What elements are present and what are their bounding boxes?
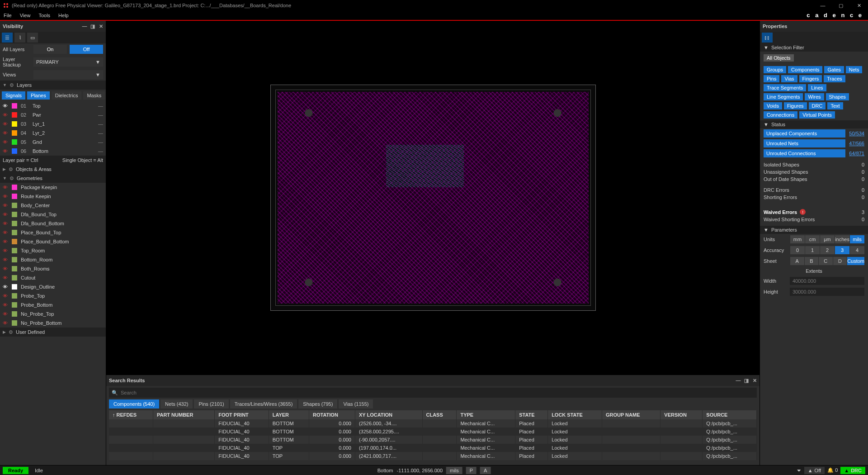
gear-icon[interactable]: ⚙ [9, 82, 14, 88]
eye-icon[interactable]: 👁 [3, 212, 8, 217]
search-tab[interactable]: Components (540) [109, 399, 159, 408]
filter-chip[interactable]: Connections [764, 111, 797, 119]
layer-row[interactable]: 👁03Lyr_1— [0, 119, 106, 128]
geometry-row[interactable]: 👁Probe_Bottom [0, 300, 106, 309]
filter-chip[interactable]: Fingers [799, 75, 822, 82]
color-swatch[interactable] [12, 139, 17, 145]
menu-view[interactable]: View [20, 13, 31, 18]
column-header[interactable]: ↑ REFDES [109, 410, 153, 419]
color-swatch[interactable] [12, 194, 17, 199]
column-header[interactable]: STATE [515, 410, 548, 419]
segment-option[interactable]: 2 [820, 246, 835, 254]
status-button[interactable]: Unrouted Nets [764, 139, 845, 147]
eye-icon[interactable]: 👁 [3, 257, 8, 262]
filter-chip[interactable]: Components [788, 66, 822, 73]
geometry-row[interactable]: 👁Dfa_Bound_Bottom [0, 219, 106, 228]
color-swatch[interactable] [12, 239, 17, 244]
minimize-button[interactable]: — [814, 0, 832, 11]
column-header[interactable]: LAYER [269, 410, 309, 419]
eye-icon[interactable]: 👁 [3, 239, 8, 244]
column-header[interactable]: PART NUMBER [153, 410, 214, 419]
color-swatch[interactable] [12, 130, 17, 136]
status-button[interactable]: Unrouted Connections [764, 149, 845, 157]
segment-option[interactable]: 0 [790, 246, 805, 254]
gear-icon[interactable]: ⚙ [9, 166, 13, 172]
color-swatch[interactable] [12, 266, 17, 271]
display-mode-icon[interactable]: ▭ [27, 33, 38, 43]
layer-row[interactable]: 👁05Gnd— [0, 138, 106, 147]
filter-chip[interactable]: Voids [764, 102, 782, 109]
filter-icon[interactable]: ⏷ [797, 468, 802, 473]
filter-chip[interactable]: Virtual Points [799, 111, 835, 119]
close-button[interactable]: ✕ [850, 0, 868, 11]
eye-icon[interactable]: 👁 [3, 302, 8, 308]
eye-icon[interactable]: 👁 [3, 293, 8, 299]
all-on-button[interactable]: On [33, 45, 67, 54]
geometry-row[interactable]: 👁Top_Room [0, 246, 106, 255]
height-input[interactable]: 30000.000 [790, 288, 864, 296]
geometry-row[interactable]: 👁Package Keepin [0, 183, 106, 192]
search-tab[interactable]: Pins (2101) [194, 399, 228, 408]
color-swatch[interactable] [12, 248, 17, 253]
maximize-button[interactable]: ▢ [832, 0, 850, 11]
segment-option[interactable]: 3 [835, 246, 849, 254]
column-header[interactable]: GROUP NAME [602, 410, 660, 419]
panel-dock-icon[interactable]: ◨ [90, 24, 96, 29]
all-off-button[interactable]: Off [70, 45, 103, 54]
filter-chip[interactable]: DRC [809, 102, 826, 109]
column-header[interactable]: TYPE [457, 410, 515, 419]
color-swatch[interactable] [12, 203, 17, 208]
search-tab[interactable]: Traces/Lines/Wires (3655) [230, 399, 297, 408]
filter-chip[interactable]: Figures [784, 102, 807, 109]
segment-option[interactable]: Custom [847, 257, 864, 265]
menu-tools[interactable]: Tools [38, 13, 50, 18]
column-header[interactable]: XY LOCATION [355, 410, 422, 419]
eye-icon[interactable]: 👁 [3, 248, 8, 253]
geometry-row[interactable]: 👁Body_Center [0, 201, 106, 210]
color-swatch[interactable] [12, 103, 17, 109]
segment-option[interactable]: C [819, 257, 833, 265]
segment-option[interactable]: μm [820, 235, 835, 243]
geometry-row[interactable]: 👁Place_Bound_Bottom [0, 237, 106, 246]
color-swatch[interactable] [12, 311, 17, 317]
color-swatch[interactable] [12, 257, 17, 262]
eye-icon[interactable]: 👁 [3, 203, 8, 208]
panel-min-icon[interactable]: — [81, 24, 88, 29]
filter-chip[interactable]: Nets [846, 66, 863, 73]
geometry-row[interactable]: 👁Bottom_Room [0, 255, 106, 264]
units-toggle[interactable]: mils [446, 467, 462, 474]
layer-tab[interactable]: Planes [27, 91, 50, 100]
segment-option[interactable]: mm [790, 235, 805, 243]
geometry-row[interactable]: 👁Both_Rooms [0, 264, 106, 273]
search-tab[interactable]: Shapes (795) [298, 399, 337, 408]
search-tab[interactable]: Nets (432) [160, 399, 193, 408]
segment-option[interactable]: inches [835, 235, 849, 243]
geometry-row[interactable]: 👁No_Probe_Bottom [0, 318, 106, 328]
filter-chip[interactable]: Trace Segments [764, 84, 806, 91]
panel-close-icon[interactable]: ✕ [98, 24, 104, 29]
color-swatch[interactable] [12, 148, 17, 154]
color-swatch[interactable] [12, 112, 17, 118]
geometry-row[interactable]: 👁Design_Outline [0, 282, 106, 291]
column-header[interactable]: LOCK STATE [548, 410, 602, 419]
geometry-row[interactable]: 👁No_Probe_Top [0, 309, 106, 318]
layers-mode-icon[interactable]: ☰ [2, 33, 13, 43]
gear-icon[interactable]: ⚙ [9, 329, 13, 335]
table-row[interactable]: FIDUCIAL_40BOTTOM0.000(2526.000, -34....… [109, 419, 757, 428]
panel-close-icon[interactable]: ✕ [751, 378, 758, 384]
eye-icon[interactable]: 👁 [3, 320, 8, 326]
table-row[interactable]: FIDUCIAL_40TOP0.000(2421.000,717....Mech… [109, 452, 757, 460]
column-header[interactable]: VERSION [660, 410, 703, 419]
color-swatch[interactable] [12, 230, 17, 235]
menu-file[interactable]: File [4, 13, 12, 18]
segment-option[interactable]: 4 [850, 246, 864, 254]
color-swatch[interactable] [12, 185, 17, 190]
filter-chip[interactable]: Shapes [826, 93, 849, 100]
eye-icon[interactable]: 👁 [3, 275, 8, 280]
bell-icon[interactable]: 🔔 0 [827, 467, 838, 473]
eye-icon[interactable]: 👁 [3, 185, 8, 190]
segment-option[interactable]: 1 [805, 246, 820, 254]
color-swatch[interactable] [12, 212, 17, 217]
eye-icon[interactable]: 👁 [3, 121, 8, 127]
nets-mode-icon[interactable]: ⌇ [14, 33, 25, 43]
